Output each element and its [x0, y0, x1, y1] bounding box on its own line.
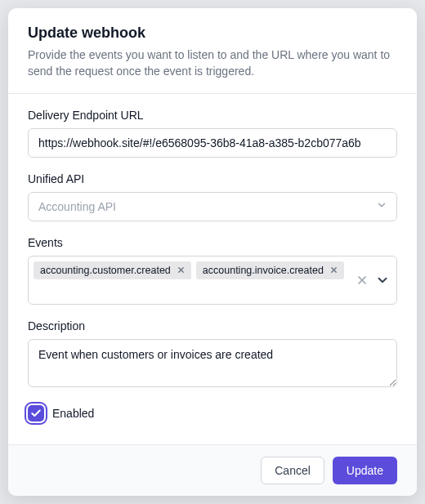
check-icon: [30, 408, 42, 419]
unified-api-label: Unified API: [28, 172, 397, 185]
update-button[interactable]: Update: [333, 457, 397, 484]
multiselect-controls: [356, 273, 390, 288]
remove-tag-icon[interactable]: [176, 265, 186, 275]
modal-header: Update webhook Provide the events you wa…: [8, 8, 417, 94]
unified-api-field: Unified API Accounting API: [28, 172, 397, 221]
events-multiselect[interactable]: accounting.customer.created accounting.i…: [28, 256, 397, 305]
update-webhook-modal: Update webhook Provide the events you wa…: [8, 8, 417, 496]
delivery-url-field: Delivery Endpoint URL: [28, 109, 397, 158]
enabled-checkbox[interactable]: [28, 405, 44, 421]
modal-footer: Cancel Update: [8, 444, 417, 496]
modal-title: Update webhook: [28, 25, 397, 42]
delivery-url-label: Delivery Endpoint URL: [28, 109, 397, 122]
unified-api-select[interactable]: Accounting API: [28, 192, 397, 221]
modal-body: Delivery Endpoint URL Unified API Accoun…: [8, 94, 417, 444]
description-textarea[interactable]: Event when customers or invoices are cre…: [28, 339, 397, 387]
events-label: Events: [28, 236, 397, 249]
enabled-row: Enabled: [28, 405, 397, 421]
clear-all-icon[interactable]: [356, 274, 369, 287]
description-label: Description: [28, 319, 397, 332]
events-field: Events accounting.customer.created accou…: [28, 236, 397, 305]
event-tag: accounting.invoice.created: [196, 261, 344, 279]
modal-subtitle: Provide the events you want to listen to…: [28, 47, 397, 80]
remove-tag-icon[interactable]: [329, 265, 339, 275]
description-field: Description Event when customers or invo…: [28, 319, 397, 390]
cancel-button[interactable]: Cancel: [261, 457, 324, 484]
enabled-label: Enabled: [52, 407, 94, 420]
delivery-url-input[interactable]: [28, 128, 397, 158]
event-tag-label: accounting.customer.created: [40, 265, 171, 276]
chevron-down-icon[interactable]: [375, 273, 390, 288]
event-tag: accounting.customer.created: [34, 261, 191, 279]
event-tag-label: accounting.invoice.created: [203, 265, 324, 276]
